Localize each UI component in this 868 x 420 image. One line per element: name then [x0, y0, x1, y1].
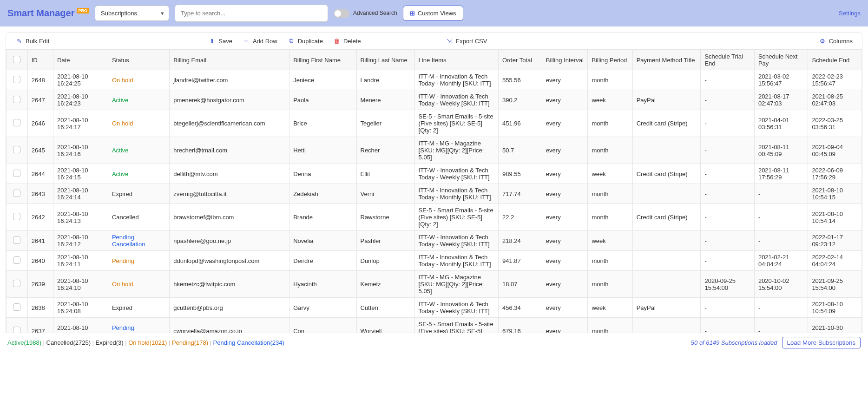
table-cell[interactable]: -: [701, 90, 754, 110]
table-cell[interactable]: Active: [108, 137, 169, 164]
table-cell[interactable]: Credit card (Stripe): [632, 110, 701, 137]
load-more-button[interactable]: Load More Subscriptions: [782, 337, 861, 348]
column-header[interactable]: Billing Last Name: [356, 50, 414, 70]
table-cell[interactable]: Pending Cancellation: [108, 231, 169, 251]
table-cell[interactable]: every: [542, 70, 588, 90]
table-cell[interactable]: 2021-08-10 16:24:14: [53, 184, 108, 204]
table-cell[interactable]: every: [542, 318, 588, 334]
column-header[interactable]: Order Total: [499, 50, 542, 70]
column-header[interactable]: ID: [27, 50, 53, 70]
table-cell[interactable]: 2638: [27, 298, 53, 318]
column-header[interactable]: Billing Email: [170, 50, 289, 70]
table-cell[interactable]: every: [542, 90, 588, 110]
table-cell[interactable]: 2021-08-11 00:45:09: [754, 137, 808, 164]
table-cell[interactable]: 2021-08-11 17:56:29: [754, 164, 808, 184]
table-cell[interactable]: 717.74: [499, 184, 542, 204]
table-cell[interactable]: every: [542, 251, 588, 271]
delete-button[interactable]: 🗑 Delete: [333, 37, 361, 45]
column-header[interactable]: Billing First Name: [289, 50, 356, 70]
table-cell[interactable]: -: [754, 204, 808, 231]
row-checkbox[interactable]: [13, 303, 20, 311]
table-cell[interactable]: 2645: [27, 137, 53, 164]
table-cell[interactable]: [7, 318, 28, 334]
table-cell[interactable]: Cancelled: [108, 204, 169, 231]
table-cell[interactable]: zvernig@tuttocitta.it: [170, 184, 289, 204]
row-checkbox[interactable]: [13, 190, 20, 197]
table-cell[interactable]: month: [588, 318, 632, 334]
table-row[interactable]: 26422021-08-10 16:24:13Cancelledbrawstor…: [7, 204, 862, 231]
dashboard-select[interactable]: Subscriptions: [95, 6, 169, 21]
table-cell[interactable]: Deirdre: [289, 251, 356, 271]
table-cell[interactable]: 2648: [27, 70, 53, 90]
table-cell[interactable]: 2647: [27, 90, 53, 110]
settings-link[interactable]: Settings: [839, 10, 861, 17]
table-cell[interactable]: month: [588, 184, 632, 204]
table-cell[interactable]: 2021-08-10 16:24:16: [53, 137, 108, 164]
table-cell[interactable]: Cutten: [356, 298, 414, 318]
table-cell[interactable]: brawstornef@ibm.com: [170, 204, 289, 231]
table-cell[interactable]: 22.2: [499, 204, 542, 231]
table-cell[interactable]: 390.2: [499, 90, 542, 110]
table-cell[interactable]: 2641: [27, 231, 53, 251]
table-cell[interactable]: [632, 70, 701, 90]
table-cell[interactable]: 2021-08-10 16:24:08: [53, 298, 108, 318]
row-checkbox[interactable]: [13, 96, 20, 103]
table-cell[interactable]: Pending Cancellation: [108, 318, 169, 334]
table-cell[interactable]: month: [588, 271, 632, 298]
table-cell[interactable]: On hold: [108, 110, 169, 137]
table-cell[interactable]: [7, 251, 28, 271]
table-cell[interactable]: month: [588, 204, 632, 231]
status-summary-item[interactable]: Pending(178): [172, 339, 208, 346]
table-cell[interactable]: Hyacinth: [289, 271, 356, 298]
table-cell[interactable]: 456.34: [499, 298, 542, 318]
table-cell[interactable]: 451.96: [499, 110, 542, 137]
table-cell[interactable]: Con: [289, 318, 356, 334]
table-cell[interactable]: ITT-W - Innovation & Tech Today - Weekly…: [414, 164, 498, 184]
status-summary-item[interactable]: Expired(3): [96, 339, 124, 346]
table-row[interactable]: 26402021-08-10 16:24:11Pendingddunlopd@w…: [7, 251, 862, 271]
table-cell[interactable]: Expired: [108, 298, 169, 318]
table-cell[interactable]: ITT-W - Innovation & Tech Today - Weekly…: [414, 90, 498, 110]
table-cell[interactable]: [7, 110, 28, 137]
table-cell[interactable]: Active: [108, 164, 169, 184]
table-row[interactable]: 26392021-08-10 16:24:10On holdhkemetzc@t…: [7, 271, 862, 298]
table-cell[interactable]: 679.16: [499, 318, 542, 334]
table-cell[interactable]: 2642: [27, 204, 53, 231]
table-cell[interactable]: every: [542, 110, 588, 137]
table-cell[interactable]: 555.56: [499, 70, 542, 90]
table-cell[interactable]: -: [701, 137, 754, 164]
table-cell[interactable]: every: [542, 164, 588, 184]
column-header[interactable]: Schedule Trial End: [701, 50, 754, 70]
table-cell[interactable]: 2022-02-23 15:56:47: [808, 70, 862, 90]
table-cell[interactable]: -: [701, 231, 754, 251]
bulk-edit-button[interactable]: ✎ Bulk Edit: [15, 37, 49, 45]
table-cell[interactable]: [7, 90, 28, 110]
row-checkbox[interactable]: [13, 213, 20, 220]
export-csv-button[interactable]: ⇲ Export CSV: [445, 37, 487, 45]
status-summary-item[interactable]: Active(1988): [7, 339, 41, 346]
table-cell[interactable]: Brice: [289, 110, 356, 137]
table-cell[interactable]: -: [754, 184, 808, 204]
table-cell[interactable]: Menere: [356, 90, 414, 110]
table-cell[interactable]: 2643: [27, 184, 53, 204]
table-cell[interactable]: 2021-08-10 16:24:13: [53, 204, 108, 231]
data-grid[interactable]: IDDateStatusBilling EmailBilling First N…: [6, 50, 862, 333]
table-cell[interactable]: every: [542, 231, 588, 251]
table-cell[interactable]: jlandrel@twitter.com: [170, 70, 289, 90]
table-cell[interactable]: [7, 298, 28, 318]
table-cell[interactable]: Kemetz: [356, 271, 414, 298]
table-cell[interactable]: -: [701, 251, 754, 271]
table-cell[interactable]: SE-5 - Smart Emails - 5-site (Five sites…: [414, 318, 498, 334]
row-checkbox[interactable]: [13, 146, 20, 153]
table-cell[interactable]: On hold: [108, 271, 169, 298]
table-row[interactable]: 26382021-08-10 16:24:08Expiredgcuttenb@p…: [7, 298, 862, 318]
table-cell[interactable]: [632, 231, 701, 251]
table-row[interactable]: 26472021-08-10 16:24:23Activepmenerek@ho…: [7, 90, 862, 110]
table-cell[interactable]: 2021-09-04 00:45:09: [808, 137, 862, 164]
table-row[interactable]: 26452021-08-10 16:24:16Activehrecheri@tm…: [7, 137, 862, 164]
table-cell[interactable]: Credit card (Stripe): [632, 204, 701, 231]
table-cell[interactable]: Jeniece: [289, 70, 356, 90]
table-cell[interactable]: every: [542, 137, 588, 164]
table-cell[interactable]: month: [588, 70, 632, 90]
table-cell[interactable]: -: [701, 298, 754, 318]
